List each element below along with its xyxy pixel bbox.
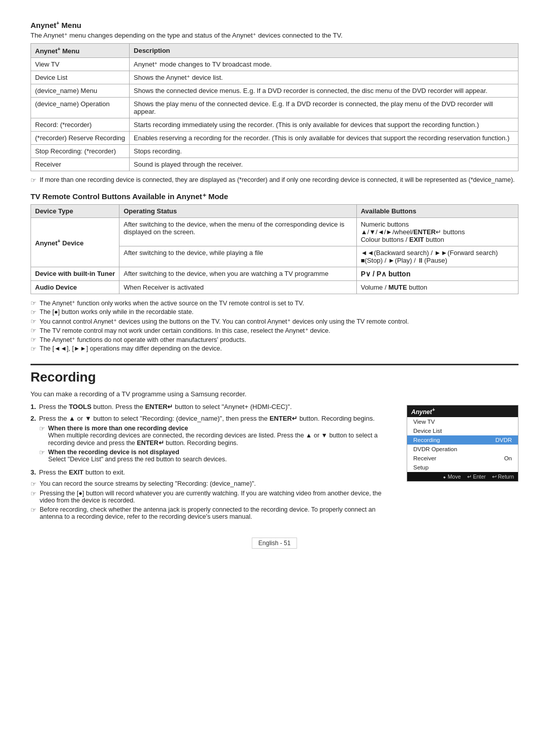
menu-desc: Sound is played through the receiver. — [130, 158, 518, 171]
device-audio: Audio Device — [31, 281, 119, 294]
page-label: English - 51 — [252, 538, 297, 549]
tv-remote-table: Device Type Operating Status Available B… — [30, 204, 518, 294]
table-row: (device_name) OperationShows the play me… — [31, 98, 518, 118]
note-icon: ☞ — [30, 318, 37, 325]
sub-note-1-title: When there is more than one recording de… — [48, 425, 396, 432]
note-icon: ☞ — [30, 490, 37, 497]
buttons-4: Volume / MUTE button — [356, 281, 518, 294]
recording-note: ☞Before recording, check whether the ant… — [30, 506, 396, 520]
menu-item: Record: (*recorder) — [31, 118, 130, 132]
menu-desc: Anynet⁺ mode changes to TV broadcast mod… — [130, 58, 518, 71]
step-3: 3. Press the EXIT button to exit. — [30, 468, 396, 476]
tv-note: ☞The [●] button works only while in the … — [30, 308, 518, 316]
menu-item: (device_name) Menu — [31, 84, 130, 98]
recording-intro: You can make a recording of a TV program… — [30, 390, 518, 398]
buttons-1: Numeric buttons ▲/▼/◄/►/wheel/ENTER↵ but… — [356, 218, 518, 246]
menu-item: Receiver — [31, 158, 130, 171]
status-1: After switching to the device, when the … — [119, 218, 356, 246]
sub-note-2-title: When the recording device is not display… — [48, 449, 227, 456]
screenshot-menu-item: RecordingDVDR — [407, 435, 518, 445]
note-icon: ☞ — [30, 176, 37, 184]
col-operating-status: Operating Status — [119, 205, 356, 218]
page-footer: English - 51 — [30, 522, 518, 549]
tv-note: ☞You cannot control Anynet⁺ devices usin… — [30, 318, 518, 325]
table-row: ReceiverSound is played through the rece… — [31, 158, 518, 171]
anynet-note-text: If more than one recording device is con… — [40, 176, 515, 183]
anynet-menu-table: Anynet+ Menu Description View TVAnynet⁺ … — [30, 43, 518, 171]
sub-note-1: ☞ When there is more than one recording … — [39, 425, 396, 447]
tv-remote-section: TV Remote Control Buttons Available in A… — [30, 192, 518, 353]
table-header-menu: Anynet+ Menu — [31, 44, 130, 58]
note-icon: ☞ — [30, 345, 37, 353]
tv-remote-title: TV Remote Control Buttons Available in A… — [30, 192, 518, 201]
note-icon: ☞ — [30, 308, 37, 316]
buttons-3: P∨ / P∧ button — [356, 267, 518, 281]
screenshot-menu-item: ReceiverOn — [407, 454, 518, 463]
anynet-menu-section: Anynet+ Menu The Anynet⁺ menu changes de… — [30, 20, 518, 184]
note-icon: ☞ — [30, 299, 37, 307]
recording-note: ☞You can record the source streams by se… — [30, 480, 396, 488]
note-icon: ☞ — [30, 327, 37, 334]
status-2: After switching to the device, while pla… — [119, 246, 356, 267]
anynet-menu-desc: The Anynet⁺ menu changes depending on th… — [30, 32, 518, 39]
recording-section: Recording You can make a recording of a … — [30, 364, 518, 522]
menu-item: View TV — [31, 58, 130, 71]
step-1-num: 1. — [30, 403, 36, 411]
device-tuner: Device with built-in Tuner — [31, 267, 119, 281]
screenshot-footer: ⬥ Move ↵ Enter ↩ Return — [407, 472, 518, 481]
note-icon: ☞ — [30, 506, 37, 514]
table-row: Device ListShows the Anynet⁺ device list… — [31, 71, 518, 84]
step-1: 1. Press the TOOLS button. Press the ENT… — [30, 403, 396, 411]
tv-note: ☞The [◄◄], [►►] operations may differ de… — [30, 345, 518, 353]
step-2-text: Press the ▲ or ▼ button to select "Recor… — [39, 415, 375, 422]
menu-item: Device List — [31, 71, 130, 84]
step-2-content: Press the ▲ or ▼ button to select "Recor… — [39, 415, 396, 464]
screenshot-menu-item: DVDR Operation — [407, 445, 518, 454]
anynet-note: ☞ If more than one recording device is c… — [30, 176, 518, 184]
table-row: Device with built-in Tuner After switchi… — [31, 267, 518, 281]
step-2-num: 2. — [30, 415, 36, 464]
buttons-2: ◄◄(Backward search) / ►►(Forward search)… — [356, 246, 518, 267]
menu-desc: Shows the connected device menus. E.g. I… — [130, 84, 518, 98]
menu-desc: Shows the Anynet⁺ device list. — [130, 71, 518, 84]
note-icon: ☞ — [30, 480, 37, 488]
steps-list: 1. Press the TOOLS button. Press the ENT… — [30, 403, 396, 476]
recording-title: Recording — [30, 369, 518, 385]
recording-content: 1. Press the TOOLS button. Press the ENT… — [30, 403, 518, 522]
recording-note: ☞Pressing the [●] button will record wha… — [30, 490, 396, 504]
device-anynet: Anynet+ Device — [31, 218, 119, 267]
tv-note: ☞The TV remote control may not work unde… — [30, 327, 518, 334]
status-4: When Receiver is activated — [119, 281, 356, 294]
menu-item: (device_name) Operation — [31, 98, 130, 118]
col-device-type: Device Type — [31, 205, 119, 218]
table-row: (device_name) MenuShows the connected de… — [31, 84, 518, 98]
screenshot-menu-item: Setup — [407, 463, 518, 472]
screenshot-menu-item: Device List — [407, 426, 518, 435]
menu-desc: Shows the play menu of the connected dev… — [130, 98, 518, 118]
recording-steps: 1. Press the TOOLS button. Press the ENT… — [30, 403, 396, 522]
step-3-num: 3. — [30, 468, 36, 476]
screenshot-header: Anynet+ — [407, 405, 518, 417]
menu-desc: Enables reserving a recording for the re… — [130, 132, 518, 145]
anynet-menu-title: Anynet+ Menu — [30, 20, 518, 29]
table-header-desc: Description — [130, 44, 518, 58]
menu-desc: Stops recording. — [130, 145, 518, 158]
menu-item: Stop Recording: (*recorder) — [31, 145, 130, 158]
table-row: Anynet+ Device After switching to the de… — [31, 218, 518, 246]
step-2: 2. Press the ▲ or ▼ button to select "Re… — [30, 415, 396, 464]
anynet-screenshot: Anynet+ View TVDevice ListRecordingDVDRD… — [407, 405, 518, 482]
menu-desc: Starts recording immediately using the r… — [130, 118, 518, 132]
screenshot-menu-item: View TV — [407, 417, 518, 426]
table-row: (*recorder) Reserve RecordingEnables res… — [31, 132, 518, 145]
step-3-text: Press the EXIT button to exit. — [39, 468, 125, 476]
step-1-text: Press the TOOLS button. Press the ENTER↵… — [39, 403, 292, 411]
sub-note-2: ☞ When the recording device is not displ… — [39, 449, 396, 463]
sub-note-2-body: Select "Device List" and press the red b… — [48, 456, 227, 463]
status-3: After switching to the device, when you … — [119, 267, 356, 281]
table-row: Audio Device When Receiver is activated … — [31, 281, 518, 294]
sub-note-1-body: When multiple recording devices are conn… — [48, 432, 396, 447]
table-row: View TVAnynet⁺ mode changes to TV broadc… — [31, 58, 518, 71]
screenshot-menu: View TVDevice ListRecordingDVDRDVDR Oper… — [407, 417, 518, 472]
tv-note: ☞The Anynet⁺ functions do not operate wi… — [30, 336, 518, 343]
menu-item: (*recorder) Reserve Recording — [31, 132, 130, 145]
